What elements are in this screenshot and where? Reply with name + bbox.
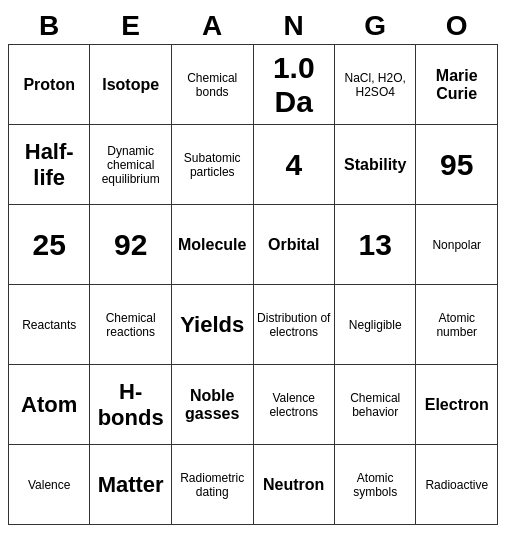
bingo-cell-r2-c3: Orbital: [253, 205, 334, 285]
bingo-cell-r4-c4: Chemical behavior: [334, 365, 415, 445]
bingo-cell-r1-c4: Stability: [334, 125, 415, 205]
bingo-cell-r0-c3: 1.0 Da: [253, 45, 334, 125]
bingo-cell-r1-c2: Subatomic particles: [171, 125, 253, 205]
bingo-cell-r0-c2: Chemical bonds: [171, 45, 253, 125]
bingo-cell-r0-c4: NaCl, H2O, H2SO4: [334, 45, 415, 125]
bingo-cell-r4-c3: Valence electrons: [253, 365, 334, 445]
column-header-n: N: [253, 8, 334, 45]
column-header-a: A: [171, 8, 253, 45]
bingo-cell-r0-c0: Proton: [9, 45, 90, 125]
bingo-cell-r4-c0: Atom: [9, 365, 90, 445]
bingo-cell-r5-c2: Radiometric dating: [171, 445, 253, 525]
bingo-cell-r4-c2: Noble gasses: [171, 365, 253, 445]
bingo-cell-r1-c1: Dynamic chemical equilibrium: [90, 125, 172, 205]
bingo-cell-r2-c4: 13: [334, 205, 415, 285]
bingo-row-1: Half-lifeDynamic chemical equilibriumSub…: [9, 125, 498, 205]
column-header-g: G: [334, 8, 415, 45]
bingo-cell-r3-c4: Negligible: [334, 285, 415, 365]
bingo-cell-r4-c5: Electron: [416, 365, 498, 445]
bingo-cell-r3-c5: Atomic number: [416, 285, 498, 365]
bingo-cell-r1-c3: 4: [253, 125, 334, 205]
column-header-b: B: [9, 8, 90, 45]
bingo-cell-r5-c3: Neutron: [253, 445, 334, 525]
bingo-cell-r3-c2: Yields: [171, 285, 253, 365]
bingo-cell-r5-c5: Radioactive: [416, 445, 498, 525]
bingo-row-4: AtomH-bondsNoble gassesValence electrons…: [9, 365, 498, 445]
bingo-cell-r2-c2: Molecule: [171, 205, 253, 285]
column-header-e: E: [90, 8, 172, 45]
header-row: BEANGO: [9, 8, 498, 45]
column-header-o: O: [416, 8, 498, 45]
bingo-cell-r5-c4: Atomic symbols: [334, 445, 415, 525]
bingo-cell-r1-c0: Half-life: [9, 125, 90, 205]
bingo-cell-r2-c1: 92: [90, 205, 172, 285]
bingo-cell-r3-c0: Reactants: [9, 285, 90, 365]
bingo-row-0: ProtonIsotopeChemical bonds1.0 DaNaCl, H…: [9, 45, 498, 125]
bingo-cell-r0-c1: Isotope: [90, 45, 172, 125]
bingo-body: ProtonIsotopeChemical bonds1.0 DaNaCl, H…: [9, 45, 498, 525]
bingo-cell-r4-c1: H-bonds: [90, 365, 172, 445]
bingo-cell-r0-c5: Marie Curie: [416, 45, 498, 125]
bingo-cell-r2-c0: 25: [9, 205, 90, 285]
bingo-cell-r1-c5: 95: [416, 125, 498, 205]
bingo-row-3: ReactantsChemical reactionsYieldsDistrib…: [9, 285, 498, 365]
bingo-cell-r2-c5: Nonpolar: [416, 205, 498, 285]
bingo-cell-r5-c1: Matter: [90, 445, 172, 525]
bingo-board: BEANGO ProtonIsotopeChemical bonds1.0 Da…: [8, 8, 498, 525]
bingo-cell-r5-c0: Valence: [9, 445, 90, 525]
bingo-cell-r3-c3: Distribution of electrons: [253, 285, 334, 365]
bingo-row-2: 2592MoleculeOrbital13Nonpolar: [9, 205, 498, 285]
bingo-cell-r3-c1: Chemical reactions: [90, 285, 172, 365]
bingo-row-5: ValenceMatterRadiometric datingNeutronAt…: [9, 445, 498, 525]
